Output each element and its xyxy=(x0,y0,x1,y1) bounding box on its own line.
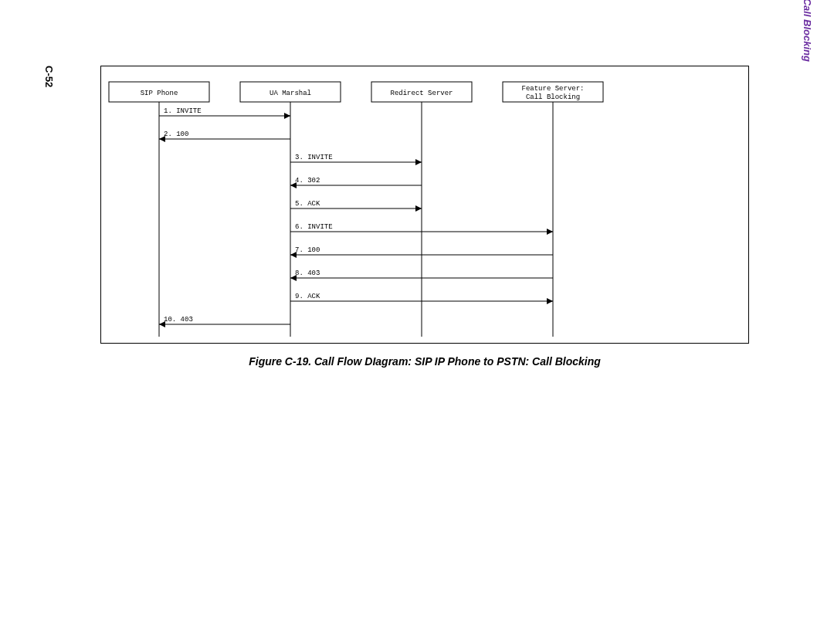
actor-label: SIP Phone xyxy=(141,90,178,97)
actor-label: Feature Server: xyxy=(521,85,584,93)
figure-caption: Figure C-19. Call Flow DIagram: SIP IP P… xyxy=(100,355,749,368)
arrowhead-icon xyxy=(284,113,290,119)
page-number: C-52 xyxy=(44,66,54,87)
arrowhead-icon xyxy=(415,205,422,212)
message-label: 5. ACK xyxy=(295,200,320,208)
actor-label: UA Marshal xyxy=(270,90,311,97)
arrowhead-icon xyxy=(415,159,422,165)
message-label: 7. 100 xyxy=(295,246,320,254)
side-header: SIP Phone to PSTN: Call Blocking xyxy=(802,0,812,62)
actor-label: Redirect Server xyxy=(390,90,453,97)
message-label: 1. INVITE xyxy=(164,107,202,115)
diagram-frame: SIP PhoneUA MarshalRedirect ServerFeatur… xyxy=(100,66,749,344)
actor-label: Call Blocking xyxy=(526,93,580,101)
message-label: 10. 403 xyxy=(164,316,193,324)
arrowhead-icon xyxy=(547,298,553,304)
arrowhead-icon xyxy=(547,229,553,235)
message-label: 9. ACK xyxy=(295,293,320,300)
message-label: 2. 100 xyxy=(164,130,188,138)
sequence-diagram: SIP PhoneUA MarshalRedirect ServerFeatur… xyxy=(101,66,750,344)
message-label: 4. 302 xyxy=(295,177,320,185)
message-label: 6. INVITE xyxy=(295,223,333,231)
message-label: 8. 403 xyxy=(295,269,320,277)
message-label: 3. INVITE xyxy=(295,154,333,161)
